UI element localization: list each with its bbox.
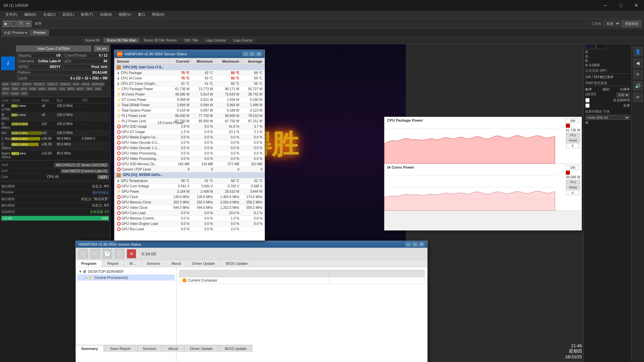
save-report-tab[interactable]: Save Report (104, 345, 136, 352)
hwinfo-restore-btn[interactable]: □ (249, 52, 255, 56)
cores-label: Cores/Threads (65, 54, 87, 57)
sensor-row: ⭕ GPU Media Engine Us... 0.0 % 0.0 % 0.0… (115, 135, 265, 140)
tb-icon-close[interactable]: ✕ (127, 249, 136, 258)
maximize-btn[interactable]: □ (613, 0, 629, 11)
sensor-max-cell: 72.643 W (215, 92, 241, 97)
close-btn[interactable]: ✕ (629, 0, 644, 11)
bios-update-tab[interactable]: BIOS Update (219, 345, 252, 352)
menu-effects[interactable]: 效果(T) (78, 11, 96, 18)
about-tab[interactable]: About (163, 345, 184, 352)
sensor-avg-cell: 559.2 MHz (241, 205, 265, 210)
hwinfo-minimize-btn[interactable]: ─ (243, 52, 249, 56)
hwinfo2-tab-program[interactable]: Program (76, 260, 102, 267)
hwinfo2-tab-m[interactable]: M... (124, 260, 141, 267)
core-cmax-ratio: x38.00 (42, 137, 57, 141)
instr-sse42: SSE4.2 (59, 82, 72, 86)
menu-compose[interactable]: 合成(C) (41, 11, 58, 18)
graph1-min-input[interactable] (566, 143, 579, 148)
graph1-max-input[interactable] (566, 118, 579, 123)
sensor-type-icon: ⭕ (117, 227, 121, 231)
graph2-min-input[interactable] (566, 190, 579, 195)
toolbar-btn-4[interactable]: ✏ (25, 20, 32, 27)
ae-font-select[interactable]: Adobe 四体 Std (585, 115, 630, 120)
r-icon-zh1[interactable]: 中 (633, 70, 643, 79)
toolbar-btn-3[interactable]: T (17, 20, 24, 27)
sensor-current-cell: 0 (168, 167, 192, 172)
toolbar-btn-2[interactable]: ⬛ (10, 20, 17, 27)
sensor-name-cell: ⭕ GPU Video Decode 0 U... (115, 140, 169, 145)
tb-icon-4[interactable]: ⚙ (115, 249, 124, 258)
tb-icon-3[interactable]: 🕐 (103, 249, 112, 258)
ae-auto-select[interactable]: 自动 (616, 93, 630, 97)
tree-item-computer[interactable]: ▼ 🖥 DESKTOP-EDRHB5F (77, 268, 175, 275)
cpu-name-btn[interactable]: Intel Core i7-8750H (16, 46, 91, 52)
ae-framerate-val: (29.97) (585, 93, 596, 97)
minimize-btn[interactable]: ─ (598, 0, 613, 11)
instr-avx: AVX (72, 82, 80, 86)
hwinfo2-tab-sensors[interactable]: Sensors (142, 260, 166, 267)
r-icon-person[interactable]: 👤 (633, 47, 643, 56)
sensor-avg-cell: 56 °C (241, 81, 265, 86)
sensor-current-cell: 0.0 % (168, 221, 192, 226)
sensor-current-cell: 0.581 V (168, 183, 192, 189)
tab-preview-active[interactable]: 合成: Preview ▾ (1, 29, 29, 36)
ae-from-current-cb[interactable] (585, 98, 590, 103)
scene-tab-1[interactable]: Scene 06.Title Main (103, 38, 140, 43)
hwinfo2-tab-bios[interactable]: BIOS Update (221, 260, 254, 267)
r-icon-sound[interactable]: 🔊 (633, 81, 643, 90)
instr-mpx: MPX (67, 87, 75, 91)
scene-tab-4[interactable]: Logo Countur (202, 38, 229, 43)
cpu-nm-btn[interactable]: 14 nm (94, 46, 109, 52)
sensor-type-icon: ⚡ (117, 103, 121, 107)
clock-date: 18/10/25 (565, 354, 582, 359)
sensor-scroll-area[interactable]: Sensor Current Minimum Maximum Average C… (114, 58, 265, 240)
menu-help[interactable]: 帮助(H) (149, 11, 167, 18)
menu-window[interactable]: 窗口 (135, 11, 148, 18)
tb-icon-1[interactable]: ⬅ (78, 249, 88, 258)
scene-tab-2[interactable]: Scene 06:Title Texture (140, 38, 180, 43)
tree-item-cpu[interactable]: — ⚡ Central Processor(s) (77, 275, 175, 281)
scene-tabbar: Scene 06 Scene 06.Title Main Scene 06:Ti… (80, 37, 644, 44)
search-assistant-btn[interactable]: 搜索助助 (622, 20, 641, 27)
sensor-min-cell: 13.773 W (192, 86, 215, 92)
menu-anim[interactable]: 动画(A) (97, 11, 115, 18)
driver-update-tab[interactable]: Driver Update (184, 345, 218, 352)
summary-tab[interactable]: Summary (75, 345, 104, 352)
hwinfo2-close-btn[interactable]: ✕ (419, 242, 425, 247)
hwinfo2-tab-report[interactable]: Report (102, 260, 124, 267)
sensor-name-cell: ⭕ GPU Video Processing... (115, 156, 169, 162)
hwinfo2-tab-about[interactable]: About (166, 260, 187, 267)
graph2-fit-btn[interactable]: Fit y (566, 180, 580, 184)
hwinfo2-tab-driver[interactable]: Driver Update (187, 260, 221, 267)
core-4-bus: 100.0 MHz (57, 122, 82, 129)
r-icon-back[interactable]: ◀ (633, 58, 643, 68)
hwinfo-close-btn[interactable]: ✕ (256, 52, 262, 56)
graph1-fit-btn[interactable]: Fit y (566, 133, 580, 137)
ae-fullscreen-cb[interactable] (585, 103, 590, 108)
scene-tab-5[interactable]: Logo Source (230, 38, 256, 43)
tb-icon-2[interactable]: ➡ (91, 249, 100, 258)
graph2-reset-btn[interactable]: Reset (566, 185, 580, 190)
r-icon-zh2[interactable]: 中 (633, 93, 643, 102)
toolbar-btn-1[interactable]: ▶ (3, 20, 9, 27)
hwinfo2-min-btn[interactable]: ─ (405, 242, 411, 247)
tab-preview[interactable]: Preview (30, 29, 49, 36)
scene-tab-0[interactable]: Scene 06 (82, 38, 103, 43)
hwinfo2-restore-btn[interactable]: □ (412, 242, 418, 247)
core-4-vid: - (82, 122, 99, 129)
menu-layer[interactable]: 层层(L) (60, 11, 77, 18)
menu-view[interactable]: 视图(V) (116, 11, 134, 18)
sensor-name-cell: ⭕ GPU Video Clock (115, 205, 169, 210)
graph2-max-input[interactable] (566, 165, 579, 170)
workspace-select[interactable]: 标准 (604, 21, 621, 26)
scene-tab-3[interactable]: S06: Title (181, 38, 202, 43)
app-title: SS (1) 145/534 (0, 3, 32, 7)
graph1-reset-btn[interactable]: Reset (566, 138, 580, 143)
render-label: 渲染状态: (1, 209, 16, 214)
menu-edit[interactable]: 编辑(E) (21, 11, 39, 18)
tree-expand-cpu: — (84, 276, 88, 280)
tree-computer-label: DESKTOP-EDRHB5F (88, 269, 124, 274)
sensor-max-cell: 1,404.5 MHz (215, 194, 241, 199)
sensors-tab[interactable]: Sensors (137, 345, 162, 352)
menu-file[interactable]: 文件(F) (3, 11, 20, 18)
